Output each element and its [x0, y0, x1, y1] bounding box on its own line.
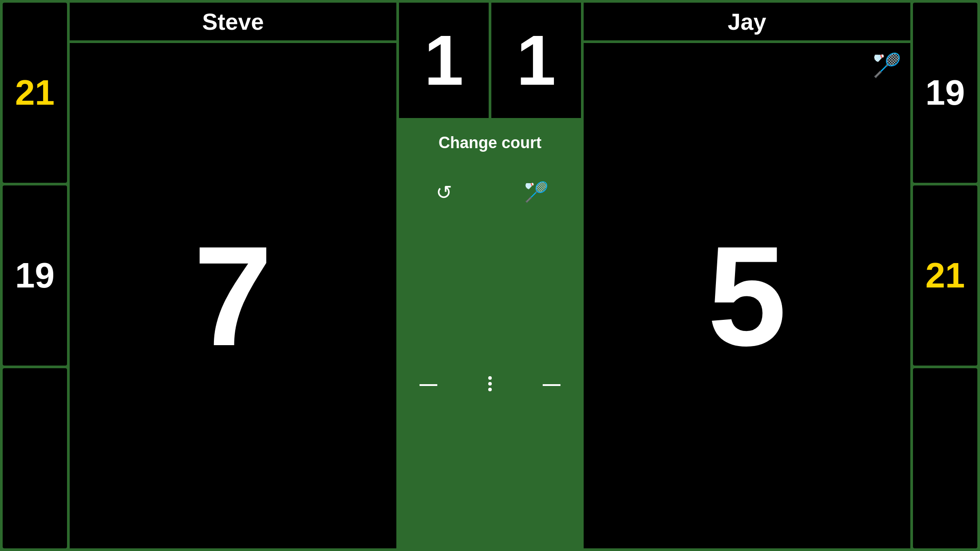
- left-main-score: 7: [194, 225, 273, 367]
- header-right: Jay: [584, 3, 910, 40]
- main-right-panel[interactable]: 🏸 5: [584, 43, 910, 548]
- sidebar-right-middle[interactable]: 21: [913, 185, 977, 366]
- set-scores-row: 1 1: [399, 3, 581, 118]
- rotate-button[interactable]: ↺: [399, 168, 489, 216]
- right-main-score: 5: [707, 225, 786, 367]
- sidebar-right-bottom[interactable]: [913, 368, 977, 548]
- player-left-name: Steve: [202, 8, 264, 35]
- action-row: ↺ 🏸: [399, 168, 581, 216]
- change-court-button[interactable]: Change court: [399, 121, 581, 165]
- scoreboard: 21 19 Steve 1 1 Change court ↺ 🏸 —: [0, 0, 980, 551]
- sidebar-left-bottom[interactable]: [3, 368, 67, 548]
- main-left-panel[interactable]: 7: [70, 43, 396, 548]
- set-score-right[interactable]: 1: [491, 3, 581, 118]
- minus-right-button[interactable]: —: [522, 219, 581, 548]
- sidebar-left-top[interactable]: 21: [3, 3, 67, 183]
- sidebar-right-top[interactable]: 19: [913, 3, 977, 183]
- header-left: Steve: [70, 3, 396, 40]
- shuttlecock-icon: 🏸: [524, 182, 549, 202]
- shuttlecock-button[interactable]: 🏸: [491, 168, 581, 216]
- sidebar-right: 19 21: [913, 3, 977, 548]
- player-right-name: Jay: [728, 8, 767, 35]
- three-dots-icon: [488, 376, 492, 391]
- minus-left-button[interactable]: —: [399, 219, 458, 548]
- serving-indicator: 🏸: [873, 52, 901, 79]
- center-panel: 1 1 Change court ↺ 🏸 —: [399, 3, 581, 548]
- set-score-left[interactable]: 1: [399, 3, 489, 118]
- menu-button[interactable]: [461, 219, 520, 548]
- minus-left-icon: —: [419, 374, 437, 394]
- bottom-row: — —: [399, 219, 581, 548]
- sidebar-left: 21 19: [3, 3, 67, 548]
- rotate-icon: ↺: [436, 181, 452, 204]
- sidebar-left-middle[interactable]: 19: [3, 185, 67, 366]
- minus-right-icon: —: [543, 374, 561, 394]
